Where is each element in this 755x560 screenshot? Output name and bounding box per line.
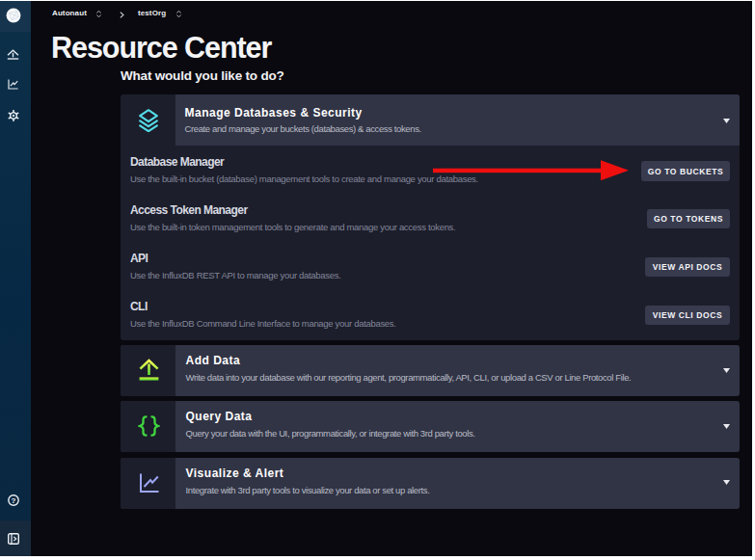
svg-text:?: ? — [11, 496, 15, 505]
